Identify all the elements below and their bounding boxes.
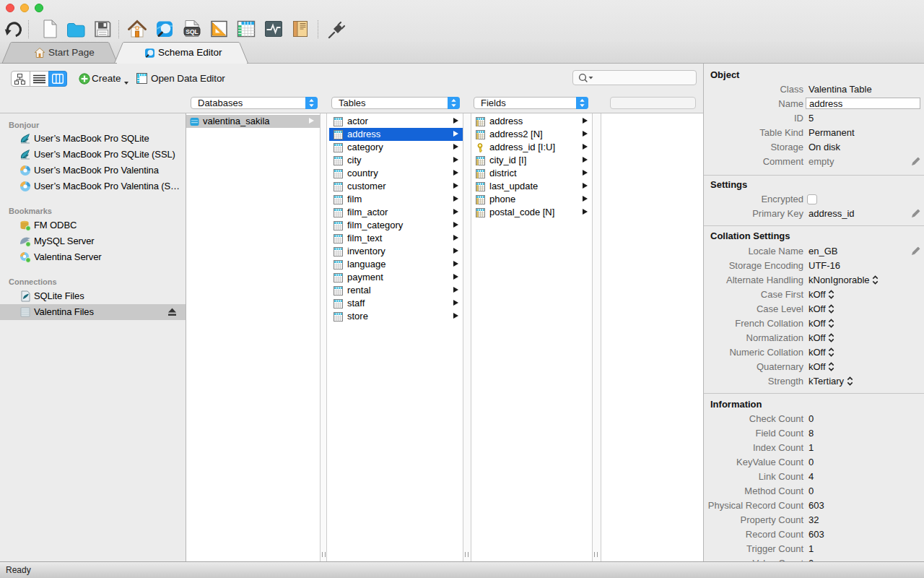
svg-text:SQL: SQL [186, 28, 198, 35]
